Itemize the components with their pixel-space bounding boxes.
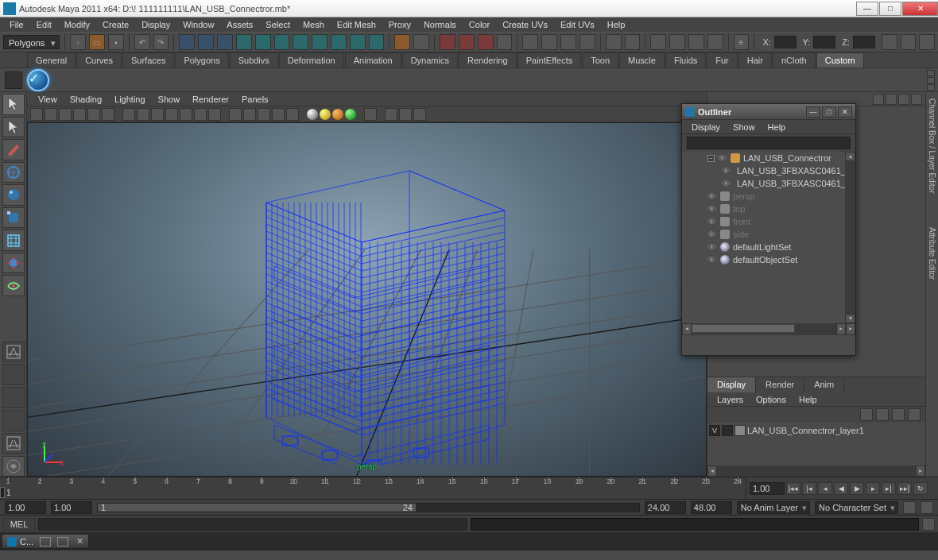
channel-icon[interactable] — [873, 94, 884, 105]
layout-a-icon[interactable] — [2, 387, 25, 408]
scroll-down-icon[interactable]: ▾ — [845, 314, 855, 323]
vp-lock-cam-icon[interactable] — [45, 108, 57, 121]
vp-field-chart-icon[interactable] — [180, 108, 192, 121]
hypergraph-icon[interactable] — [606, 34, 622, 50]
outliner-item[interactable]: 👁front — [682, 215, 855, 228]
layer-menu-item[interactable]: Layers — [711, 393, 750, 406]
vp-shadows-icon[interactable] — [286, 108, 299, 121]
attr-editor-toggle-icon[interactable] — [882, 34, 897, 50]
menu-item[interactable]: Edit UVs — [554, 18, 601, 31]
viewport-menu-item[interactable]: Lighting — [108, 93, 152, 106]
shelf-editor-icon[interactable] — [5, 71, 22, 89]
outliner-max-button[interactable]: □ — [822, 106, 836, 118]
scroll-right-icon[interactable]: ▸ — [916, 465, 925, 477]
outliner-hscrollbar[interactable]: ◂ ▸ ▸ — [682, 323, 855, 335]
softmod-icon[interactable] — [312, 34, 328, 50]
menu-item[interactable]: Create UVs — [496, 18, 554, 31]
shelf-tab[interactable]: Dynamics — [402, 52, 458, 68]
scroll-left-icon[interactable]: ◂ — [707, 465, 717, 477]
viewport-menu-item[interactable]: Shading — [64, 93, 108, 106]
outliner-menu-item[interactable]: Display — [685, 121, 727, 133]
shelf-tab[interactable]: Fluids — [665, 52, 706, 68]
step-fwd-icon[interactable]: ▸ — [866, 482, 880, 495]
layer-tab[interactable]: Display — [707, 377, 756, 392]
vp-light-all-icon[interactable] — [320, 109, 331, 120]
layer-color-swatch[interactable] — [735, 425, 746, 436]
move-tool[interactable] — [2, 162, 25, 183]
vp-light-default-icon[interactable] — [307, 109, 318, 120]
new-scene-icon[interactable]: ▫ — [70, 34, 86, 50]
outliner-window[interactable]: Outliner — □ ✕ DisplayShowHelp −👁LAN_USB… — [681, 103, 856, 356]
universal-manip-tool[interactable] — [2, 230, 25, 251]
menu-item[interactable]: Create — [96, 18, 135, 31]
vp-2d-pan-icon[interactable] — [87, 108, 100, 121]
script-editor-icon[interactable] — [922, 518, 935, 531]
range-slider[interactable]: 1 24 — [97, 503, 640, 512]
vp-res-gate-icon[interactable] — [151, 108, 164, 121]
sculpt-icon[interactable] — [350, 34, 366, 50]
shelf-tab[interactable]: PaintEffects — [517, 52, 582, 68]
layer-display-type[interactable] — [722, 425, 733, 436]
menu-item[interactable]: File — [3, 18, 30, 31]
outliner-search-input[interactable] — [687, 137, 851, 149]
shelf-tab[interactable]: nCloth — [773, 52, 816, 68]
minimize-button[interactable]: — — [856, 2, 878, 16]
lattice-icon[interactable] — [331, 34, 347, 50]
vp-select-cam-icon[interactable] — [30, 108, 43, 121]
redo-icon[interactable]: ↷ — [153, 34, 169, 50]
undo-icon[interactable]: ↶ — [134, 34, 150, 50]
shelf-tab[interactable]: General — [27, 52, 76, 68]
layer-tab[interactable]: Render — [756, 377, 804, 392]
shelf-menu-icon[interactable] — [927, 77, 935, 83]
menu-item[interactable]: Proxy — [382, 18, 417, 31]
graph-editor-icon[interactable] — [560, 34, 576, 50]
outliner-titlebar[interactable]: Outliner — □ ✕ — [682, 104, 855, 120]
close-button[interactable]: ✕ — [902, 2, 938, 16]
scrollbar-thumb[interactable] — [692, 324, 795, 333]
coord-x-input[interactable] — [774, 36, 797, 48]
viewport-menu-item[interactable]: View — [32, 93, 64, 106]
vp-gate-mask-icon[interactable] — [165, 108, 178, 121]
history-toggle-icon[interactable]: ≡ — [734, 34, 750, 50]
vp-xray-joints-icon[interactable] — [399, 108, 412, 121]
scroll-left-icon[interactable]: ◂ — [682, 323, 692, 335]
shelf-tab[interactable]: Custom — [816, 52, 864, 68]
outliner-vscrollbar[interactable]: ▴ ▾ — [845, 152, 855, 323]
visibility-icon[interactable]: 👁 — [707, 191, 717, 201]
outliner-menu-item[interactable]: Help — [762, 121, 793, 133]
paint-select-tool[interactable] — [2, 139, 25, 160]
rotate-tool[interactable] — [2, 184, 25, 206]
prefs-icon[interactable] — [921, 501, 933, 514]
vp-grid-icon[interactable] — [122, 108, 135, 121]
mode-selector[interactable]: Polygons — [3, 35, 60, 49]
coord-y-input[interactable] — [813, 36, 835, 48]
hypershade-icon[interactable] — [522, 34, 538, 50]
menu-item[interactable]: Select — [259, 18, 297, 31]
outliner-min-button[interactable]: — — [806, 106, 820, 118]
command-input[interactable] — [38, 518, 467, 531]
shelf-scroll-up-icon[interactable] — [927, 70, 935, 76]
vp-shaded-icon[interactable] — [243, 108, 256, 121]
go-to-start-icon[interactable]: |◂◂ — [786, 482, 800, 495]
layer-move-down-icon[interactable] — [876, 408, 889, 421]
visibility-icon[interactable]: 👁 — [722, 179, 731, 188]
layer-menu-item[interactable]: Help — [793, 393, 824, 406]
layer-visibility-toggle[interactable]: V — [709, 425, 720, 436]
playback-end-input[interactable] — [645, 501, 686, 514]
channel-box-collapsed[interactable]: Channel Box / Layer Editor Attribute Edi… — [925, 92, 938, 477]
outliner-item[interactable]: 👁LAN_USB_3FBXASC0461_G1_I — [682, 164, 855, 177]
outliner-item[interactable]: −👁LAN_USB_Connectror — [682, 152, 855, 164]
single-view-icon[interactable] — [2, 342, 25, 363]
anim-layer-select[interactable]: No Anim Layer — [737, 501, 810, 514]
layer-icon[interactable] — [886, 94, 897, 105]
autokey-icon[interactable] — [903, 501, 916, 514]
persp-view-icon[interactable] — [2, 433, 25, 454]
expand-toggle[interactable]: − — [707, 155, 715, 162]
step-fwd-key-icon[interactable]: ▸| — [882, 482, 896, 495]
shelf-tab[interactable]: Deformation — [279, 52, 344, 68]
visibility-icon[interactable]: 👁 — [707, 217, 717, 226]
shelf-tab[interactable]: Polygons — [175, 52, 228, 68]
vp-isolate-icon[interactable] — [364, 108, 377, 121]
soft-select-tool[interactable] — [2, 253, 25, 274]
vp-bookmarks-icon[interactable] — [59, 108, 72, 121]
